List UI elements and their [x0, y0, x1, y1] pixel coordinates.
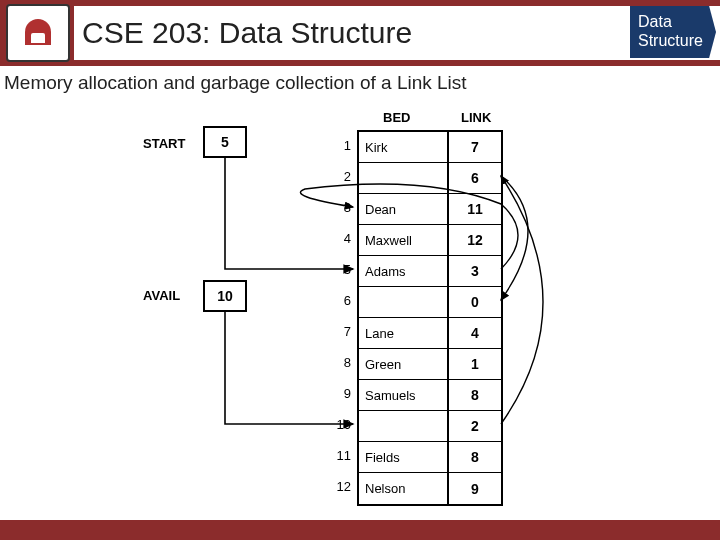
start-label: START	[143, 136, 185, 151]
row-index: 6	[335, 293, 351, 308]
row-index: 1	[335, 138, 351, 153]
badge-line2: Structure	[638, 31, 708, 50]
table-row: Samuels8	[359, 380, 501, 411]
col-link-header: LINK	[461, 110, 491, 125]
university-logo	[6, 4, 70, 62]
slide-header: CSE 203: Data Structure Data Structure	[0, 0, 720, 66]
table-row: 2	[359, 411, 501, 442]
row-index: 10	[335, 417, 351, 432]
row-index: 5	[335, 262, 351, 277]
row-index: 12	[335, 479, 351, 494]
avail-box: 10	[203, 280, 247, 312]
table-row: Maxwell12	[359, 225, 501, 256]
row-index: 11	[335, 448, 351, 463]
row-index: 8	[335, 355, 351, 370]
table-row: Kirk7	[359, 132, 501, 163]
table-row: Lane4	[359, 318, 501, 349]
table-row: 0	[359, 287, 501, 318]
start-box: 5	[203, 126, 247, 158]
row-index: 9	[335, 386, 351, 401]
title-container: CSE 203: Data Structure	[74, 6, 720, 60]
row-index: 7	[335, 324, 351, 339]
table-row: Green1	[359, 349, 501, 380]
col-bed-header: BED	[383, 110, 410, 125]
avail-value: 10	[217, 288, 233, 304]
avail-label: AVAIL	[143, 288, 180, 303]
row-index: 4	[335, 231, 351, 246]
table-row: Adams3	[359, 256, 501, 287]
row-index: 3	[335, 200, 351, 215]
slide-footer-bar	[0, 520, 720, 540]
table-row: Fields8	[359, 442, 501, 473]
table-row: 6	[359, 163, 501, 194]
linked-list-diagram: START 5 AVAIL 10 BED LINK Kirk7 6 Dean11…	[125, 104, 595, 518]
topic-badge: Data Structure	[630, 6, 716, 58]
table-row: Dean11	[359, 194, 501, 225]
course-title: CSE 203: Data Structure	[82, 16, 412, 50]
slide-subtitle: Memory allocation and garbage collection…	[0, 66, 720, 100]
row-index: 2	[335, 169, 351, 184]
start-value: 5	[221, 134, 229, 150]
badge-line1: Data	[638, 12, 708, 31]
table-row: Nelson9	[359, 473, 501, 504]
memory-table: Kirk7 6 Dean11 Maxwell12 Adams3 0 Lane4 …	[357, 130, 503, 506]
